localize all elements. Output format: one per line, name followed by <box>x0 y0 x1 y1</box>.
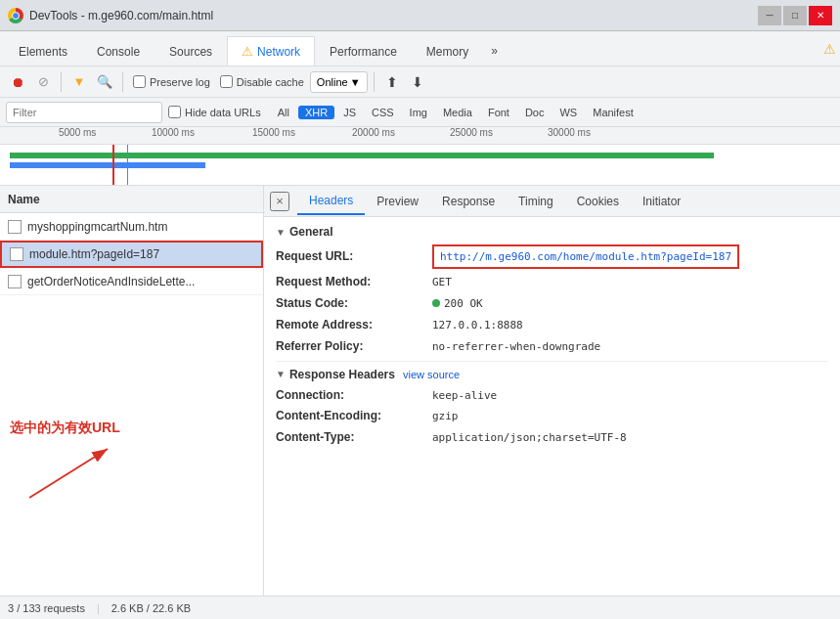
response-headers-title-row: ▼ Response Headers view source <box>276 368 828 381</box>
hide-data-urls-checkbox[interactable]: Hide data URLs <box>168 106 261 118</box>
disable-cache-input[interactable] <box>220 75 233 88</box>
import-button[interactable]: ⬆ <box>380 70 404 94</box>
filter-ws-button[interactable]: WS <box>553 106 584 119</box>
request-checkbox-3 <box>8 275 22 288</box>
filter-xhr-button[interactable]: XHR <box>298 106 334 119</box>
response-headers-section-title: ▼ Response Headers <box>276 368 395 381</box>
preserve-log-checkbox[interactable]: Preserve log <box>133 75 210 88</box>
network-warning-icon: ⚠ <box>242 44 253 59</box>
tick-20000: 20000 ms <box>352 127 395 145</box>
connection-value: keep-alive <box>432 388 497 403</box>
tab-performance[interactable]: Performance <box>315 36 412 66</box>
chrome-icon <box>8 8 23 23</box>
request-name-1: myshoppingmcartNum.htm <box>27 220 167 234</box>
filter-manifest-button[interactable]: Manifest <box>586 106 641 119</box>
view-source-link[interactable]: view source <box>403 369 460 380</box>
network-toolbar: ⏺ ⊘ ▼ 🔍 Preserve log Disable cache Onlin… <box>0 66 840 98</box>
detail-tab-headers[interactable]: Headers <box>297 188 365 215</box>
timeline-area[interactable]: 5000 ms 10000 ms 15000 ms 20000 ms 25000… <box>0 127 840 186</box>
tick-15000: 15000 ms <box>252 127 295 145</box>
minimize-button[interactable]: ─ <box>758 6 781 25</box>
response-tab-label: Response <box>442 195 495 208</box>
preserve-log-input[interactable] <box>133 75 146 88</box>
request-item-3[interactable]: getOrderNoticeAndInsideLette... <box>0 268 263 295</box>
connection-row: Connection: keep-alive <box>276 387 828 404</box>
connection-label: Connection: <box>276 387 432 404</box>
tab-elements[interactable]: Elements <box>4 36 82 66</box>
filter-media-button[interactable]: Media <box>436 106 479 119</box>
remote-address-label: Remote Address: <box>276 317 432 333</box>
content-area: Name myshoppingmcartNum.htm module.htm?p… <box>0 186 840 596</box>
referrer-policy-label: Referrer Policy: <box>276 338 432 355</box>
filter-all-button[interactable]: All <box>271 106 296 119</box>
tab-memory[interactable]: Memory <box>412 36 483 66</box>
tab-elements-label: Elements <box>19 45 67 59</box>
request-item-2[interactable]: module.htm?pageId=187 <box>0 241 263 268</box>
tab-console[interactable]: Console <box>82 36 155 66</box>
stop-button[interactable]: ⊘ <box>31 70 55 94</box>
search-button[interactable]: 🔍 <box>93 70 116 94</box>
name-column-header: Name <box>8 193 40 206</box>
export-button[interactable]: ⬇ <box>406 70 429 94</box>
left-panel: Name myshoppingmcartNum.htm module.htm?p… <box>0 186 264 596</box>
detail-tabs: × Headers Preview Response Timing Cookie… <box>264 186 840 217</box>
tick-5000: 5000 ms <box>59 127 96 145</box>
request-item-1[interactable]: myshoppingmcartNum.htm <box>0 213 263 241</box>
filter-type-buttons: All XHR JS CSS Img Media Font Doc WS Man… <box>271 106 641 119</box>
filter-css-button[interactable]: CSS <box>365 106 401 119</box>
filter-row: Hide data URLs All XHR JS CSS Img Media … <box>0 98 840 127</box>
response-headers-triangle-icon: ▼ <box>276 369 286 379</box>
filter-img-button[interactable]: Img <box>403 106 434 119</box>
throttle-label: Online <box>317 76 348 88</box>
request-checkbox-2 <box>10 247 23 261</box>
tab-more-button[interactable]: » <box>483 36 506 66</box>
content-type-row: Content-Type: application/json;charset=U… <box>276 429 828 446</box>
main-tabs: Elements Console Sources ⚠ Network Perfo… <box>0 31 840 66</box>
throttle-select[interactable]: Online ▼ <box>310 71 368 93</box>
corner-warning-icon: ⚠ <box>823 41 836 57</box>
status-green-dot <box>432 299 440 307</box>
timing-tab-label: Timing <box>518 195 553 208</box>
transfer-size: 2.6 KB / 22.6 KB <box>111 602 191 614</box>
throttle-dropdown-icon: ▼ <box>350 76 361 88</box>
maximize-button[interactable]: □ <box>783 6 807 25</box>
detail-content: ▼ General Request URL: http://m.ge960.co… <box>264 217 840 596</box>
record-button[interactable]: ⏺ <box>6 70 29 94</box>
timeline-blue-bar <box>10 162 205 168</box>
filter-js-button[interactable]: JS <box>336 106 363 119</box>
request-url-label: Request URL: <box>276 248 432 265</box>
filter-doc-button[interactable]: Doc <box>518 106 552 119</box>
detail-tab-cookies[interactable]: Cookies <box>565 188 631 215</box>
request-method-value: GET <box>432 275 452 289</box>
detail-tab-initiator[interactable]: Initiator <box>631 188 692 215</box>
preview-tab-label: Preview <box>376 195 419 208</box>
titlebar-title: DevTools - m.ge960.com/main.html <box>29 9 758 22</box>
filter-icon-button[interactable]: ▼ <box>67 70 91 94</box>
tick-30000: 30000 ms <box>548 127 591 145</box>
tab-sources[interactable]: Sources <box>155 36 227 66</box>
tab-sources-label: Sources <box>169 45 212 59</box>
referrer-policy-value: no-referrer-when-downgrade <box>432 339 600 354</box>
filter-font-button[interactable]: Font <box>481 106 516 119</box>
tab-network[interactable]: ⚠ Network <box>227 36 315 66</box>
disable-cache-checkbox[interactable]: Disable cache <box>220 75 304 88</box>
tab-performance-label: Performance <box>330 45 397 59</box>
cookies-tab-label: Cookies <box>577 195 619 208</box>
filter-input[interactable] <box>6 102 162 123</box>
close-detail-button[interactable]: × <box>270 192 289 211</box>
hide-data-urls-input[interactable] <box>168 106 181 118</box>
detail-tab-preview[interactable]: Preview <box>365 188 430 215</box>
timeline-green-bar <box>10 153 714 158</box>
response-headers-title-label: Response Headers <box>289 368 395 381</box>
close-button[interactable]: ✕ <box>809 6 832 25</box>
section-divider-1 <box>276 361 828 362</box>
preserve-log-label: Preserve log <box>150 76 210 88</box>
request-checkbox-1 <box>8 220 22 234</box>
detail-tab-response[interactable]: Response <box>430 188 507 215</box>
detail-tab-timing[interactable]: Timing <box>507 188 565 215</box>
toolbar-separator-2 <box>122 72 123 92</box>
toolbar-separator-1 <box>61 72 62 92</box>
request-url-value[interactable]: http://m.ge960.com/home/module.htm?pageI… <box>432 244 739 269</box>
tick-25000: 25000 ms <box>450 127 493 145</box>
headers-tab-label: Headers <box>309 194 353 207</box>
